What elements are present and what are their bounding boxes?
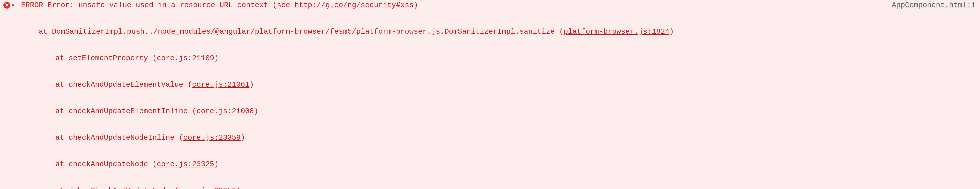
error-label: ERROR xyxy=(21,1,43,9)
console-error-row: ✕ ▶ AppComponent.html:1 ERROR Error: uns… xyxy=(0,0,980,189)
frame-text: at debugCheckAndUpdateNode ( xyxy=(38,187,179,189)
frame-source-link[interactable]: platform-browser.js:1824 xyxy=(563,27,669,36)
stack-frame: at checkAndUpdateElementValue (core.js:2… xyxy=(21,80,978,89)
frame-tail: ) xyxy=(240,133,245,142)
stack-frame: at DomSanitizerImpl.push../node_modules/… xyxy=(21,27,978,36)
stack-frame: at checkAndUpdateNodeInline (core.js:233… xyxy=(21,133,978,142)
source-link[interactable]: AppComponent.html:1 xyxy=(892,1,975,10)
error-text-b: ) xyxy=(414,1,418,9)
frame-text: at checkAndUpdateNodeInline ( xyxy=(38,133,183,142)
frame-text: at setElementProperty ( xyxy=(38,54,157,62)
frame-text: at DomSanitizerImpl.push../node_modules/… xyxy=(21,27,563,36)
frame-tail: ) xyxy=(214,160,218,168)
frame-text: at checkAndUpdateElementInline ( xyxy=(38,107,196,115)
error-headline: ERROR Error: unsafe value used in a reso… xyxy=(21,1,418,9)
error-text-a: Error: unsafe value used in a resource U… xyxy=(43,1,294,9)
frame-text: at checkAndUpdateNode ( xyxy=(38,160,157,168)
disclosure-triangle[interactable]: ▶ xyxy=(12,2,15,9)
frame-text: at checkAndUpdateElementValue ( xyxy=(38,80,192,89)
console-output: ✕ ▶ AppComponent.html:1 ERROR Error: uns… xyxy=(0,0,980,189)
frame-source-link[interactable]: core.js:23325 xyxy=(157,160,214,168)
frame-tail: ) xyxy=(254,107,258,115)
stack-frame: at checkAndUpdateNode (core.js:23325) xyxy=(21,160,978,169)
error-icon: ✕ xyxy=(3,2,10,9)
frame-source-link[interactable]: core.js:21109 xyxy=(157,54,214,62)
frame-tail: ) xyxy=(669,27,674,36)
frame-tail: ) xyxy=(214,54,218,62)
stack-trace: at DomSanitizerImpl.push../node_modules/… xyxy=(21,10,978,189)
stack-frame: at debugCheckAndUpdateNode (core.js:2395… xyxy=(21,186,978,189)
frame-source-link[interactable]: core.js:23359 xyxy=(183,133,240,142)
frame-source-link[interactable]: core.js:21008 xyxy=(196,107,254,115)
frame-source-link[interactable]: core.js:21061 xyxy=(192,80,250,89)
stack-frame: at checkAndUpdateElementInline (core.js:… xyxy=(21,107,978,115)
frame-tail: ) xyxy=(236,187,240,189)
frame-tail: ) xyxy=(250,80,254,89)
security-doc-link[interactable]: http://g.co/ng/security#xss xyxy=(294,1,414,9)
frame-source-link[interactable]: core.js:23959 xyxy=(179,187,236,189)
stack-frame: at setElementProperty (core.js:21109) xyxy=(21,54,978,62)
